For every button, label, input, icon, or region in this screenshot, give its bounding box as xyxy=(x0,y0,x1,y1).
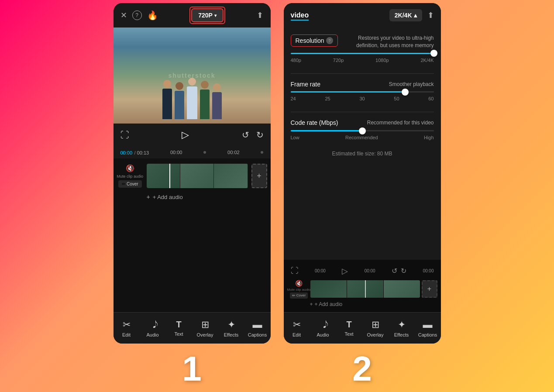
framerate-slider[interactable] xyxy=(291,91,434,93)
nav2-item-text[interactable]: T Text xyxy=(336,316,362,340)
resolution-setting-label: Resolution xyxy=(296,37,324,44)
add-clip-button[interactable]: + xyxy=(251,164,267,188)
step-1: 1 xyxy=(182,349,202,389)
thumb-undo[interactable]: ↺ xyxy=(392,267,397,275)
add-audio-button[interactable]: + + Add audio xyxy=(147,193,183,200)
nav2-overlay-icon: ⊞ xyxy=(372,319,379,330)
nav2-item-overlay[interactable]: ⊞ Overlay xyxy=(362,316,389,341)
quality-label: 2K/4K xyxy=(395,12,412,19)
thumb-add-btn[interactable]: + xyxy=(422,280,437,298)
thumb-play[interactable]: ▷ xyxy=(342,266,348,276)
settings-title: video xyxy=(291,11,309,21)
framerate-thumb[interactable] xyxy=(402,89,409,96)
time-total: 00:13 xyxy=(137,150,149,155)
framerate-label: Frame rate xyxy=(291,81,320,88)
nav2-item-audio[interactable]: 𝅘𝅥𝅮 Audio xyxy=(310,316,336,341)
thumb-area: ⛶ 00:00 ▷ 00:00 ↺ ↻ 00:00 xyxy=(284,260,441,312)
marker-2: 00:02 xyxy=(227,150,240,155)
coderate-label: Code rate (Mbps) xyxy=(291,119,338,126)
thumb-add-audio: + + Add audio xyxy=(284,299,441,310)
framerate-fill xyxy=(291,91,405,93)
framerate-row: Frame rate Smoother playback xyxy=(291,81,434,88)
timeline-section: 🔇 Mute clip audio ✏ Cover xyxy=(114,158,271,239)
coderate-row: Code rate (Mbps) Recommended for this vi… xyxy=(291,119,434,127)
mute-label: Mute clip audio xyxy=(117,174,144,179)
timeline-bar: 00:00 / 00:13 00:00 00:02 xyxy=(114,146,271,158)
nav-item-edit[interactable]: ✂ Edit xyxy=(114,316,140,341)
nav-item-overlay[interactable]: ⊞ Overlay xyxy=(192,316,218,341)
speaker-icon[interactable]: 🔇 xyxy=(126,164,134,172)
text-icon: T xyxy=(176,320,181,330)
close-icon[interactable]: ✕ xyxy=(120,10,127,20)
thumb-cursor xyxy=(365,280,366,298)
nav2-item-effects[interactable]: ✦ Effects xyxy=(389,316,415,341)
person-1 xyxy=(162,80,172,119)
nav2-item-captions[interactable]: ▬ Captions xyxy=(415,316,441,341)
thumb-f3 xyxy=(384,280,420,298)
person-5 xyxy=(212,83,222,119)
nav2-item-edit[interactable]: ✂ Edit xyxy=(284,316,310,341)
resolution-track xyxy=(291,53,434,54)
timeline-dot-2 xyxy=(261,151,263,154)
nav2-captions-icon: ▬ xyxy=(423,319,433,330)
nav-item-effects[interactable]: ✦ Effects xyxy=(218,316,244,341)
resolution-thumb[interactable] xyxy=(430,50,437,57)
nav-item-captions[interactable]: ▬ Captions xyxy=(244,316,271,341)
upload-icon[interactable]: ⬆ xyxy=(257,10,263,20)
fullscreen-icon[interactable]: ⛶ xyxy=(120,130,129,140)
coderate-thumb[interactable] xyxy=(359,127,366,134)
nav2-text-icon: T xyxy=(346,320,351,330)
nav-item-text[interactable]: T Text xyxy=(166,316,192,340)
add-clip-label: + xyxy=(257,172,262,181)
thumb-cover-btn[interactable]: ✏ Cover xyxy=(290,292,308,299)
undo-icon[interactable]: ↺ xyxy=(242,130,249,140)
cover-button[interactable]: ✏ Cover xyxy=(118,180,142,188)
quality-button[interactable]: 2K/4K ▴ xyxy=(389,9,422,21)
video-strip xyxy=(147,164,248,188)
nav2-text-label: Text xyxy=(344,331,353,337)
add-audio-label: + Add audio xyxy=(153,194,183,200)
coderate-slider[interactable] xyxy=(291,130,434,131)
nav-item-audio[interactable]: 𝅘𝅥𝅮 Audio xyxy=(140,316,166,341)
resolution-section: Resolution ? Restores your video to ultr… xyxy=(291,34,434,63)
thumb-strip-row: 🔇 Mute clip audio ✏ Cover xyxy=(284,280,441,299)
cover-label: Cover xyxy=(127,182,138,186)
thumb-redo[interactable]: ↻ xyxy=(401,267,406,275)
resolution-labels: 480p 720p 1080p 2K/4K xyxy=(291,58,434,63)
resolution-label-box: Resolution ? xyxy=(291,34,338,47)
thumb-fullscreen[interactable]: ⛶ xyxy=(291,266,299,275)
timeline-cursor xyxy=(169,164,170,188)
resolution-btn-wrapper: 720P ▾ xyxy=(189,7,225,24)
nav2-edit-icon: ✂ xyxy=(293,319,301,330)
coderate-high: High xyxy=(424,135,434,140)
resolution-slider[interactable] xyxy=(291,53,434,54)
help-icon[interactable]: ? xyxy=(132,10,142,20)
resolution-desc: Restores your video to ultra-high defini… xyxy=(347,34,434,49)
thumb-cover-label: Cover xyxy=(296,293,306,297)
play-button[interactable]: ▷ xyxy=(182,129,189,141)
export-icon[interactable]: ⬆ xyxy=(427,10,434,20)
thumb-add-audio-btn[interactable]: + + Add audio xyxy=(310,301,434,307)
resolution-button[interactable]: 720P ▾ xyxy=(191,8,224,22)
resolution-arrow: ▾ xyxy=(214,13,217,18)
overlay-label: Overlay xyxy=(197,332,213,337)
coderate-mid: Recommended xyxy=(345,135,378,140)
timeline-dot xyxy=(203,151,206,154)
thumb-controls-row: ⛶ 00:00 ▷ 00:00 ↺ ↻ 00:00 xyxy=(284,262,441,280)
spacer xyxy=(114,239,271,312)
thumb-mute[interactable]: 🔇 xyxy=(295,280,303,287)
coderate-section: Code rate (Mbps) Recommended for this vi… xyxy=(291,119,434,140)
time-current: 00:00 xyxy=(120,150,133,155)
resolution-help[interactable]: ? xyxy=(326,37,333,44)
person-3 xyxy=(187,78,197,119)
quality-arrow: ▴ xyxy=(414,12,417,19)
clip-controls: 🔇 Mute clip audio ✏ Cover xyxy=(117,164,144,188)
redo-icon[interactable]: ↻ xyxy=(256,130,264,140)
effects-icon: ✦ xyxy=(227,319,235,330)
settings-content: Resolution ? Restores your video to ultr… xyxy=(284,28,441,260)
thumb-clip-ctrl: 🔇 Mute clip audio ✏ Cover xyxy=(287,280,311,299)
framerate-track xyxy=(291,91,434,93)
edit-icon: ✂ xyxy=(123,319,131,330)
file-size: Estimated file size: 80 MB xyxy=(291,151,434,157)
audio-label: Audio xyxy=(146,332,158,337)
